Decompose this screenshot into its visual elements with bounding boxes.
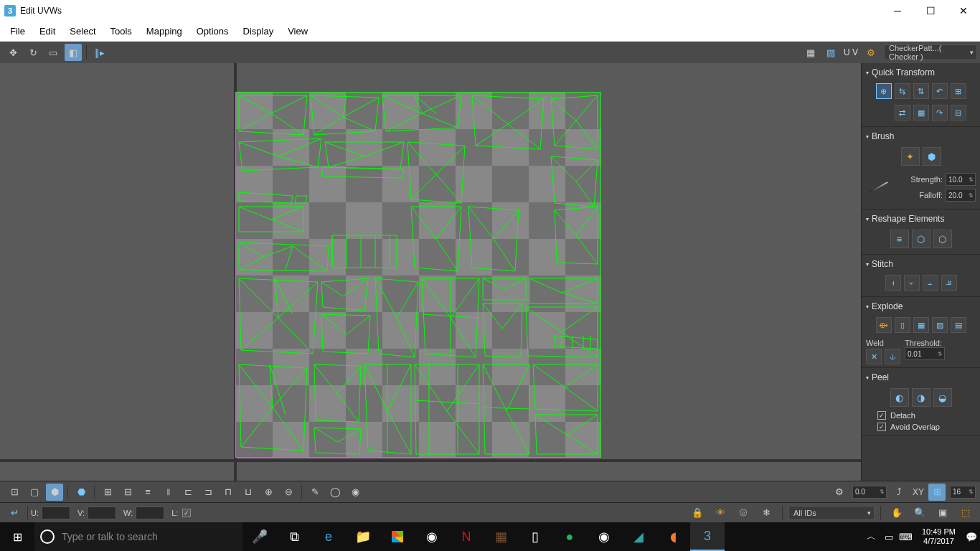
3dsmax-icon[interactable]: ◢: [621, 522, 656, 551]
menu-mapping[interactable]: Mapping: [139, 23, 189, 39]
detach-checkbox[interactable]: ✓Detach: [866, 410, 976, 421]
snow-icon[interactable]: ❄: [758, 504, 775, 522]
w-input[interactable]: [136, 507, 164, 519]
cortana-search[interactable]: Type or talk to search: [34, 522, 242, 551]
gear-icon[interactable]: ⚙: [862, 44, 880, 61]
expl3-icon[interactable]: ▦: [913, 317, 929, 333]
notepad-icon[interactable]: ▯: [518, 522, 552, 551]
menu-options[interactable]: Options: [189, 23, 236, 39]
menu-tools[interactable]: Tools: [103, 23, 139, 39]
strength-spinner[interactable]: 10.0: [946, 173, 976, 186]
avoid-overlap-checkbox[interactable]: ✓Avoid Overlap: [866, 421, 976, 433]
shrink-icon[interactable]: ⊟: [119, 484, 136, 501]
weld2-icon[interactable]: ⫝: [885, 349, 900, 364]
expl2-icon[interactable]: ▯: [895, 317, 910, 333]
t2-icon[interactable]: ⊐: [199, 484, 217, 501]
sel-element-icon[interactable]: ⬣: [72, 484, 90, 501]
align-horz-icon[interactable]: ⇆: [895, 83, 910, 99]
zoom-spinner[interactable]: 0.0: [852, 486, 887, 499]
minimize-button[interactable]: ─: [881, 0, 914, 22]
uv-viewport[interactable]: [0, 63, 861, 481]
stitch2-icon[interactable]: ⫟: [904, 275, 920, 291]
taskbar-clock[interactable]: 10:49 PM 4/7/2017: [915, 527, 963, 546]
tray-up-icon[interactable]: ︿: [863, 522, 880, 551]
t5-icon[interactable]: ⊕: [260, 484, 277, 501]
menu-select[interactable]: Select: [62, 23, 103, 39]
t3-icon[interactable]: ⊓: [220, 484, 237, 501]
3dsmax-app-icon[interactable]: 3: [690, 522, 725, 551]
rotate-tool[interactable]: ↻: [24, 44, 42, 61]
l-checkbox[interactable]: ✓: [182, 509, 191, 517]
align-vert-icon[interactable]: ⇅: [913, 83, 929, 99]
falloff-spinner[interactable]: 20.0: [946, 189, 976, 202]
ring-icon[interactable]: ⦀: [159, 484, 176, 501]
minecraft-icon[interactable]: ▦: [484, 522, 518, 551]
weld1-icon[interactable]: ✕: [866, 349, 882, 364]
chrome-icon[interactable]: ◉: [587, 522, 621, 551]
grow-icon[interactable]: ⊞: [99, 484, 116, 501]
fit-icon[interactable]: ▣: [934, 504, 951, 522]
sel-edge-icon[interactable]: ▢: [26, 484, 43, 501]
soft1-icon[interactable]: ◯: [326, 484, 344, 501]
relax-icon[interactable]: ⬡: [912, 230, 930, 248]
notifications-icon[interactable]: 💬: [963, 522, 980, 551]
show-map-icon[interactable]: ▦: [802, 44, 819, 61]
blender-icon[interactable]: ◖: [656, 522, 690, 551]
edge-icon[interactable]: e: [311, 522, 346, 551]
soft2-icon[interactable]: ◉: [347, 484, 364, 501]
lock-icon[interactable]: 🔒: [689, 504, 706, 522]
explorer-icon[interactable]: 📁: [346, 522, 380, 551]
curve-icon[interactable]: ⤴: [891, 484, 908, 501]
u-input[interactable]: [42, 507, 70, 519]
peel3-icon[interactable]: ◒: [933, 388, 952, 407]
t4-icon[interactable]: ⊔: [240, 484, 257, 501]
maximize-button[interactable]: ☐: [914, 0, 947, 22]
steam-icon[interactable]: ◉: [415, 522, 449, 551]
taskview-icon[interactable]: ⧉: [277, 522, 311, 551]
transform-type-icon[interactable]: ↵: [6, 504, 23, 522]
store-icon[interactable]: [380, 522, 415, 551]
stitch3-icon[interactable]: ⫠: [923, 275, 938, 291]
keyboard-icon[interactable]: ⌨: [897, 522, 915, 551]
menu-view[interactable]: View: [281, 23, 315, 39]
sel-vertex-icon[interactable]: ⊡: [6, 484, 23, 501]
rotate-ccw-icon[interactable]: ↶: [932, 83, 948, 99]
peel1-icon[interactable]: ◐: [890, 388, 909, 407]
snap-icon[interactable]: ⊞: [928, 484, 946, 501]
mirror-tool[interactable]: ‖▸: [91, 44, 108, 61]
straighten-icon[interactable]: ≡: [890, 230, 909, 248]
ids-dropdown[interactable]: All IDs: [788, 506, 875, 520]
expl5-icon[interactable]: ▤: [951, 317, 966, 333]
expl4-icon[interactable]: ▨: [932, 317, 948, 333]
texture-dropdown[interactable]: CheckerPatt...( Checker ): [884, 44, 977, 60]
sel-face-icon[interactable]: ⬢: [46, 484, 63, 501]
options-gear-icon[interactable]: ⚙: [831, 484, 848, 501]
filter-icon[interactable]: ⦾: [735, 504, 752, 522]
loop-icon[interactable]: ≡: [139, 484, 156, 501]
mic-icon[interactable]: 🎤: [242, 522, 277, 551]
grid-icon[interactable]: ⊞: [951, 83, 966, 99]
eye-icon[interactable]: 👁: [712, 504, 729, 522]
v-input[interactable]: [88, 507, 116, 519]
stitch1-icon[interactable]: ⫞: [885, 275, 901, 291]
start-button[interactable]: ⊞: [0, 522, 34, 551]
close-button[interactable]: ✕: [947, 0, 980, 22]
freeform-tool[interactable]: ◧: [65, 44, 82, 61]
menu-file[interactable]: File: [3, 23, 32, 39]
paint-move-icon[interactable]: ✦: [901, 147, 920, 166]
pan-icon[interactable]: ✋: [888, 504, 905, 522]
relax-brush-icon[interactable]: ⬢: [923, 147, 941, 166]
align-move-icon[interactable]: ⊕: [876, 83, 892, 99]
rotate-cw-icon[interactable]: ↷: [932, 105, 948, 121]
threshold-spinner[interactable]: 0.01: [905, 347, 945, 360]
expl1-icon[interactable]: ⟴: [876, 317, 892, 333]
relax2-icon[interactable]: ⬡: [933, 230, 952, 248]
scale-tool[interactable]: ▭: [44, 44, 62, 61]
align-grid-icon[interactable]: ▦: [913, 105, 929, 121]
paint-sel-icon[interactable]: ✎: [306, 484, 324, 501]
align-horz2-icon[interactable]: ⇄: [895, 105, 910, 121]
t6-icon[interactable]: ⊖: [280, 484, 297, 501]
move-tool[interactable]: ✥: [4, 44, 22, 61]
t1-icon[interactable]: ⊏: [179, 484, 197, 501]
zoom-icon[interactable]: 🔍: [911, 504, 928, 522]
